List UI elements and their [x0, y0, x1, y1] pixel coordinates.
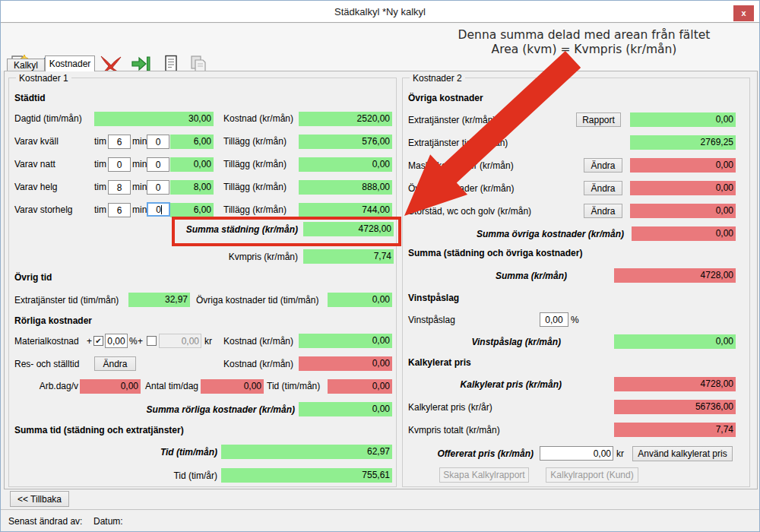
label-ovriga-kostnader-tid: Övriga kostnader tid (tim/mån) [196, 295, 318, 306]
input-vinstpaslag-percent[interactable] [540, 312, 568, 327]
field-antal-tim-dag: 0,00 [201, 379, 264, 394]
label-varav-helg: Varav helg [14, 182, 57, 193]
field-extratjanster-tid-kr: 2769,25 [630, 135, 736, 150]
field-summa-rorliga: 0,00 [299, 402, 392, 416]
label-min-kvall: min [132, 136, 147, 147]
label-kvmpris-totalt: Kvmpris totalt (kr/mån) [408, 425, 500, 436]
label-extratjanster-tid: Extratjänster tid (tim/mån) [14, 295, 119, 306]
input-offererat-pris[interactable] [540, 446, 613, 461]
label-tillagg-storhelg: Tillägg (kr/mån) [223, 204, 287, 216]
groupbox2-title: Kostnader 2 [410, 73, 465, 84]
section-rorliga: Rörliga kostnader [14, 315, 92, 327]
input-natt-tim[interactable] [108, 157, 131, 172]
app-window: Städkalkyl *Ny kalkyl x [0, 0, 760, 532]
label-extratjanster-tid-kr: Extratjänster tid (kr/mån) [408, 138, 508, 149]
field-kalkylerat-man: 4728,00 [614, 377, 736, 391]
field-tillagg-natt: 0,00 [299, 157, 392, 172]
label-tillagg-natt: Tillägg (kr/mån) [223, 159, 287, 170]
field-tillagg-storhelg: 744,00 [299, 203, 392, 217]
tab-kostnader[interactable]: Kostnader [45, 55, 95, 71]
label-extratjanster-kr: Extratjänster (kr/mån) [408, 115, 496, 126]
field-tid-ar: 755,61 [221, 468, 392, 483]
label-min-natt: min [132, 159, 147, 170]
anvand-kalkylerat-pris-button[interactable]: Använd kalkylerat pris [632, 446, 733, 461]
input-natt-min[interactable] [147, 157, 169, 172]
label-kalkylerat-ar: Kalkylerat pris (kr/år) [408, 402, 492, 413]
field-kvmpris-totalt: 7,74 [614, 423, 736, 437]
label-varav-kvall: Varav kväll [14, 136, 59, 147]
field-maskinkostnader: 0,00 [630, 158, 736, 173]
label-summa-kr: Summa (kr/mån) [411, 271, 567, 282]
label-min-storhelg: min [132, 204, 147, 216]
label-offererat-kr-sign: kr [616, 448, 624, 460]
close-button[interactable]: x [733, 5, 754, 21]
tab-kalkyl[interactable]: Kalkyl [7, 59, 45, 71]
text-caret [161, 205, 162, 214]
label-plus2: + [138, 336, 143, 347]
label-tillagg-helg: Tillägg (kr/mån) [223, 182, 287, 193]
input-storhelg-min[interactable] [147, 202, 170, 217]
material-percent-checkbox[interactable] [93, 336, 103, 346]
status-bar: Senast ändrad av: Datum: [1, 509, 759, 532]
annotation-line1: Denna summa delad med arean från fältet [415, 28, 753, 43]
label-percent-sign: % [129, 336, 138, 347]
label-materialkostnad: Materialkostnad [14, 336, 79, 347]
label-min-helg: min [132, 182, 147, 193]
field-kvmpris: 7,74 [303, 249, 394, 264]
field-tillagg-kvall: 576,00 [299, 135, 392, 149]
andra-storstad-button[interactable]: Ändra [584, 204, 622, 218]
label-res-stalltid: Res- och ställtid [14, 359, 79, 370]
label-summa-rorliga: Summa rörliga kostnader (kr/mån) [115, 404, 295, 416]
field-dagtid: 30,00 [94, 112, 214, 126]
label-kostnad-material: Kostnad (kr/mån) [223, 336, 293, 347]
field-vinstpaslag-kr: 0,00 [614, 334, 736, 349]
highlight-box [172, 217, 401, 246]
section-summa: Summa (städning och övriga kostnader) [408, 248, 582, 259]
label-tid-man: Tid (tim/mån) [77, 447, 217, 458]
status-senast-andrad: Senast ändrad av: [8, 516, 82, 527]
tillbaka-button[interactable]: << Tillbaka [10, 491, 69, 507]
field-summa-ovriga: 0,00 [632, 226, 736, 241]
input-material-kr[interactable] [159, 334, 201, 348]
rapport-button[interactable]: Rapport [576, 112, 621, 127]
label-antal-tim-dag: Antal tim/dag [145, 381, 198, 392]
label-varav-natt: Varav natt [14, 159, 55, 170]
section-summa-tid: Summa tid (städning och extratjänster) [14, 425, 184, 436]
input-helg-tim[interactable] [108, 180, 131, 195]
section-ovrig-tid: Övrig tid [14, 272, 52, 283]
label-ovriga-kostnader-kr: Övriga kostnader (kr/mån) [408, 183, 514, 195]
andra-maskin-button[interactable]: Ändra [584, 158, 622, 173]
field-extratjanster-kr: 0,00 [630, 112, 736, 127]
input-kvall-tim[interactable] [108, 135, 131, 149]
label-tid-rorlig: Tid (tim/mån) [267, 381, 320, 392]
field-tid-man: 62,97 [221, 445, 392, 459]
skapa-kalkylrapport-button[interactable]: Skapa Kalkylrapport [439, 467, 529, 483]
material-kr-checkbox[interactable] [147, 336, 157, 346]
field-kostnad-res: 0,00 [299, 356, 392, 371]
field-kostnad-material: 0,00 [299, 334, 392, 348]
label-tim-storhelg: tim [94, 204, 106, 216]
label-summa-ovriga: Summa övriga kostnader (kr/mån) [427, 229, 624, 240]
label-kostnad-res: Kostnad (kr/mån) [223, 359, 293, 370]
andra-ovriga-button[interactable]: Ändra [584, 181, 622, 195]
input-material-percent[interactable] [105, 334, 128, 348]
input-helg-min[interactable] [147, 180, 169, 195]
label-vinstpaslag: Vinstpåslag [408, 315, 455, 326]
input-kvall-min[interactable] [147, 135, 169, 149]
field-arbdag: 0,00 [80, 379, 141, 394]
section-stadtid: Städtid [14, 93, 46, 104]
input-storhelg-tim[interactable] [108, 203, 131, 217]
label-kalkylerat-man: Kalkylerat pris (kr/mån) [411, 379, 562, 391]
section-kalkylerat: Kalkylerat pris [408, 357, 471, 369]
section-vinstpaslag: Vinstpåslag [408, 293, 459, 304]
label-tillagg-kvall: Tillägg (kr/mån) [223, 136, 287, 147]
label-kr-sign: kr [204, 336, 212, 347]
field-natt-sum: 0,00 [170, 157, 214, 172]
kalkylrapport-kund-button[interactable]: Kalkylrapport (Kund) [546, 467, 638, 483]
field-storstad: 0,00 [630, 204, 736, 218]
andra-res-button[interactable]: Ändra [94, 356, 136, 371]
section-ovriga-kostnader: Övriga kostnader [408, 93, 483, 104]
field-tid-rorlig: 0,00 [328, 379, 392, 394]
window-title: Städkalkyl *Ny kalkyl [1, 6, 759, 17]
status-datum: Datum: [93, 516, 123, 527]
